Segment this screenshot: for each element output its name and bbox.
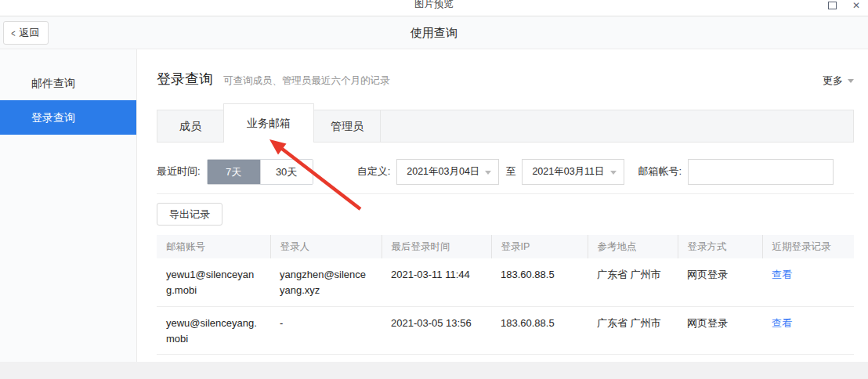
- page-title: 使用查询: [0, 16, 868, 49]
- table-row: yewu@silenceyang.mobi - 2021-03-05 13:56…: [157, 306, 854, 354]
- chevron-down-icon: [485, 171, 491, 175]
- window-titlebar: 图片预览 ✕: [0, 0, 868, 16]
- login-records-table: 邮箱账号 登录人 最后登录时间 登录IP 参考地点 登录方式 近期登录记录 ye…: [157, 235, 854, 355]
- date-from-value: 2021年03月04日: [407, 166, 479, 177]
- cell-location: 广东省 广州市: [588, 258, 678, 306]
- table-row: yewu1@silenceyang.mobi yangzhen@silencey…: [157, 258, 854, 306]
- custom-range-label: 自定义:: [357, 164, 391, 179]
- view-details-link[interactable]: 查看: [772, 269, 792, 280]
- date-to-value: 2021年03月11日: [532, 166, 604, 177]
- tab-bar: 成员 业务邮箱 管理员: [157, 103, 854, 143]
- cell-account: yewu@silenceyang.mobi: [157, 306, 270, 354]
- section-subtitle: 可查询成员、管理员最近六个月的记录: [223, 74, 390, 88]
- chevron-down-icon: [848, 79, 854, 83]
- section-title: 登录查询: [157, 70, 213, 88]
- col-header-last-login: 最后登录时间: [382, 235, 491, 258]
- close-icon[interactable]: ✕: [852, 1, 860, 10]
- export-records-button[interactable]: 导出记录: [157, 203, 222, 226]
- sidebar: 邮件查询 登录查询: [0, 49, 137, 362]
- account-input[interactable]: [688, 159, 834, 185]
- tab-business-mailbox[interactable]: 业务邮箱: [223, 103, 314, 143]
- cell-ip: 183.60.88.5: [491, 258, 588, 306]
- filter-separator: [157, 193, 854, 194]
- date-from-select[interactable]: 2021年03月04日: [396, 159, 499, 185]
- main-content: 登录查询 可查询成员、管理员最近六个月的记录 更多 成员 业务邮箱 管理员 最近…: [138, 49, 868, 362]
- app-header: < 返回 使用查询: [0, 16, 868, 49]
- sidebar-item-mail-query[interactable]: 邮件查询: [0, 66, 136, 100]
- section-heading-row: 登录查询 可查询成员、管理员最近六个月的记录 更多: [157, 70, 854, 88]
- cell-location: 广东省 广州市: [588, 306, 678, 354]
- cell-method: 网页登录: [678, 258, 762, 306]
- recent-time-label: 最近时间:: [157, 164, 201, 179]
- cell-method: 网页登录: [678, 306, 762, 354]
- maximize-icon[interactable]: [828, 2, 837, 9]
- filter-toolbar: 最近时间: 7天 30天 自定义: 2021年03月04日 至 2021年03月…: [157, 158, 854, 185]
- date-to-select[interactable]: 2021年03月11日: [522, 159, 624, 185]
- range-7days-button[interactable]: 7天: [208, 160, 260, 184]
- col-header-method: 登录方式: [678, 235, 762, 258]
- col-header-account: 邮箱账号: [157, 235, 270, 258]
- cell-ip: 183.60.88.5: [491, 306, 588, 354]
- col-header-person: 登录人: [270, 235, 382, 258]
- tab-members[interactable]: 成员: [157, 110, 224, 143]
- window-controls: ✕: [828, 1, 860, 10]
- cell-person: -: [270, 306, 382, 354]
- bottom-bar: [0, 362, 868, 379]
- sidebar-item-login-query[interactable]: 登录查询: [0, 100, 136, 135]
- window-title: 图片预览: [0, 0, 868, 10]
- chevron-down-icon: [610, 171, 617, 175]
- tab-admins[interactable]: 管理员: [313, 110, 381, 143]
- cell-person: yangzhen@silenceyang.xyz: [270, 258, 382, 306]
- account-label: 邮箱帐号:: [638, 164, 682, 179]
- cell-account: yewu1@silenceyang.mobi: [157, 258, 270, 306]
- col-header-location: 参考地点: [588, 235, 678, 258]
- more-dropdown[interactable]: 更多: [823, 74, 854, 88]
- cell-last-login: 2021-03-11 11:44: [382, 258, 491, 306]
- time-range-toggle: 7天 30天: [207, 159, 313, 185]
- col-header-ip: 登录IP: [491, 235, 588, 258]
- cell-last-login: 2021-03-05 13:56: [382, 306, 491, 354]
- range-30days-button[interactable]: 30天: [260, 160, 313, 184]
- view-details-link[interactable]: 查看: [772, 317, 792, 329]
- more-label: 更多: [823, 74, 843, 88]
- tab-bar-filler: [380, 110, 854, 143]
- col-header-recent-records: 近期登录记录: [762, 235, 854, 258]
- to-label: 至: [505, 164, 515, 179]
- table-header-row: 邮箱账号 登录人 最后登录时间 登录IP 参考地点 登录方式 近期登录记录: [157, 235, 854, 258]
